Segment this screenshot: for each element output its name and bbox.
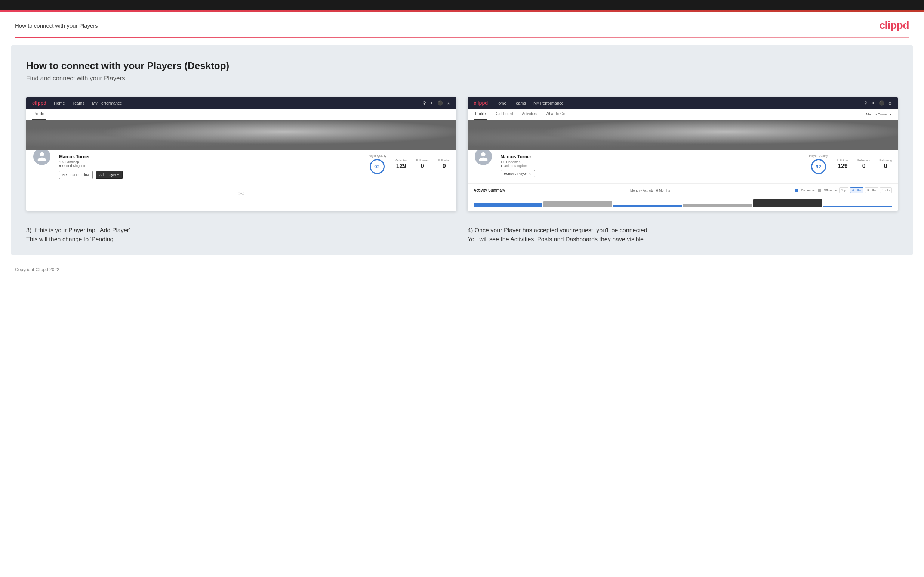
- location-icon-1: ●: [59, 164, 61, 168]
- player-name-1: Marcus Turner: [59, 154, 360, 160]
- mock-nav-2: clippd Home Teams My Performance ⚲ ⚬ ⚫ ⚹: [468, 97, 898, 109]
- activities-value-1: 129: [395, 163, 407, 169]
- tab-what-to-on-2[interactable]: What To On: [544, 109, 567, 119]
- activity-controls: On course Off course 1 yr 6 mths 3 mths …: [795, 187, 892, 193]
- remove-player-button[interactable]: Remove Player ✕: [501, 170, 535, 177]
- header-divider: [15, 37, 909, 38]
- mock-nav-icons-2: ⚲ ⚬ ⚫ ⚹: [864, 100, 892, 106]
- stat-following-2: Following 0: [879, 159, 892, 169]
- profile-body-2: Marcus Turner 1-5 Handicap ● United King…: [468, 150, 898, 184]
- step3-text: 3) If this is your Player tap, 'Add Play…: [26, 227, 132, 242]
- activity-period: Monthly Activity · 6 Months: [630, 189, 670, 192]
- plus-icon: +: [117, 173, 119, 177]
- copyright-text: Copyright Clippd 2022: [15, 267, 60, 272]
- stat-activities-1: Activities 129: [395, 159, 407, 169]
- scissors-icon: ✂: [239, 190, 244, 198]
- period-6mths-btn[interactable]: 6 mths: [850, 187, 863, 193]
- quality-circle-2: 92: [811, 159, 826, 174]
- mock-nav-teams-2: Teams: [514, 101, 526, 105]
- player-info-2: Marcus Turner 1-5 Handicap ● United King…: [501, 154, 802, 177]
- following-value-1: 0: [438, 163, 451, 169]
- mock-tabs-1: Profile: [26, 109, 456, 120]
- avatar-svg-2: [478, 151, 489, 162]
- mock-nav-perf-1: My Performance: [92, 101, 122, 105]
- mock-nav-home-2: Home: [495, 101, 506, 105]
- tab-profile-2[interactable]: Profile: [473, 109, 487, 119]
- quality-label-1: Player Quality: [368, 154, 386, 158]
- period-1mth-btn[interactable]: 1 mth: [880, 187, 892, 193]
- location-icon-2: ●: [501, 164, 502, 168]
- activities-value-2: 129: [837, 163, 848, 169]
- player-stats-2: Player Quality 92 Activities 129 Followe…: [809, 154, 892, 174]
- avatar-icon-2[interactable]: ⚹: [888, 100, 892, 106]
- page-header: How to connect with your Players clippd: [0, 12, 924, 37]
- followers-label-2: Followers: [858, 159, 870, 162]
- period-3mths-btn[interactable]: 3 mths: [865, 187, 879, 193]
- tab-activities-2[interactable]: Activities: [520, 109, 538, 119]
- quality-label-2: Player Quality: [809, 154, 828, 158]
- dropdown-chevron: ▼: [889, 113, 892, 115]
- clippd-logo: clippd: [880, 19, 909, 31]
- activity-section: Activity Summary Monthly Activity · 6 Mo…: [468, 184, 898, 211]
- chart-bar-2: [543, 201, 612, 208]
- period-1yr-btn[interactable]: 1 yr: [839, 187, 848, 193]
- profile-banner-2: [468, 120, 898, 150]
- avatar-icon: [37, 151, 47, 162]
- stat-following-1: Following 0: [438, 159, 451, 169]
- step4-text: 4) Once your Player has accepted your re…: [468, 227, 649, 242]
- mock-nav-home-1: Home: [54, 101, 65, 105]
- player-stats-1: Player Quality 92 Activities 129 Followe…: [368, 154, 451, 174]
- followers-value-1: 0: [416, 163, 429, 169]
- mock-tabs-2: Profile Dashboard Activities What To On …: [468, 109, 898, 120]
- stat-followers-2: Followers 0: [858, 159, 870, 169]
- top-bar: [0, 0, 924, 12]
- user-icon-2[interactable]: ⚬: [871, 100, 875, 106]
- mock-nav-1: clippd Home Teams My Performance ⚲ ⚬ ⚫ ⚹: [26, 97, 456, 109]
- tab-profile-1[interactable]: Profile: [32, 109, 45, 119]
- followers-value-2: 0: [858, 163, 870, 169]
- activity-chart: [473, 196, 892, 207]
- chart-bar-5: [753, 200, 822, 207]
- stat-quality-2: Player Quality 92: [809, 154, 828, 174]
- mock-nav-icons-1: ⚲ ⚬ ⚫ ⚹: [423, 100, 451, 106]
- screenshot-1: clippd Home Teams My Performance ⚲ ⚬ ⚫ ⚹…: [26, 97, 456, 211]
- quality-circle-1: 92: [370, 159, 384, 174]
- page-footer: Copyright Clippd 2022: [0, 263, 924, 277]
- stat-quality-1: Player Quality 92: [368, 154, 386, 174]
- stat-followers-1: Followers 0: [416, 159, 429, 169]
- chart-bar-1: [473, 203, 542, 207]
- mock-nav-perf-2: My Performance: [533, 101, 564, 105]
- screenshot-2: clippd Home Teams My Performance ⚲ ⚬ ⚫ ⚹…: [468, 97, 898, 211]
- off-course-dot: [818, 189, 821, 192]
- following-label-2: Following: [879, 159, 892, 162]
- mock-nav-teams-1: Teams: [73, 101, 84, 105]
- chart-bar-6: [823, 206, 892, 208]
- user-icon-1[interactable]: ⚬: [430, 100, 434, 106]
- player-handicap-2: 1-5 Handicap: [501, 160, 802, 164]
- mock-logo-2: clippd: [473, 100, 488, 106]
- descriptions-row: 3) If this is your Player tap, 'Add Play…: [26, 226, 898, 244]
- chart-bar-4: [683, 204, 752, 207]
- settings-icon-1[interactable]: ⚫: [437, 100, 443, 106]
- request-follow-button[interactable]: Request to Follow: [59, 171, 93, 179]
- settings-icon-2[interactable]: ⚫: [879, 100, 884, 106]
- tab-dashboard-2[interactable]: Dashboard: [493, 109, 514, 119]
- player-info-1: Marcus Turner 1-5 Handicap ● United King…: [59, 154, 360, 179]
- top-stripe: [0, 10, 924, 12]
- add-player-button[interactable]: Add Player +: [96, 171, 123, 179]
- activities-label-1: Activities: [395, 159, 407, 162]
- main-subtitle: Find and connect with your Players: [26, 75, 898, 82]
- search-icon-2[interactable]: ⚲: [864, 100, 867, 106]
- on-course-label: On course: [801, 189, 815, 192]
- player-location-2: ● United Kingdom: [501, 164, 802, 168]
- chart-bar-3: [613, 205, 682, 207]
- activity-header: Activity Summary Monthly Activity · 6 Mo…: [473, 187, 892, 193]
- stat-activities-2: Activities 129: [837, 159, 848, 169]
- page-header-title: How to connect with your Players: [15, 23, 98, 29]
- followers-label-1: Followers: [416, 159, 429, 162]
- on-course-dot: [795, 189, 798, 192]
- activities-label-2: Activities: [837, 159, 848, 162]
- avatar-icon-1[interactable]: ⚹: [447, 100, 451, 106]
- search-icon-1[interactable]: ⚲: [423, 100, 426, 106]
- mock-logo-1: clippd: [32, 100, 46, 106]
